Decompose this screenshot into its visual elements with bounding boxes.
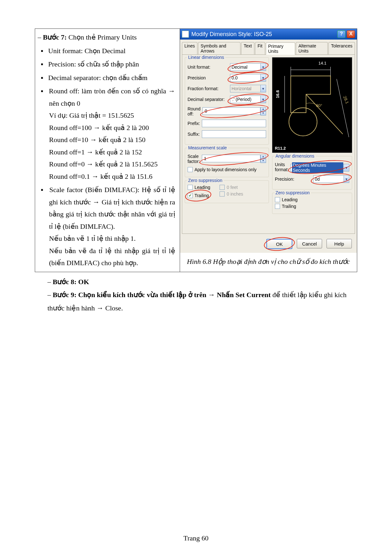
app-icon [182, 31, 189, 38]
preview-dim-top: 14.1 [318, 61, 326, 65]
suffix-input[interactable] [203, 131, 260, 137]
group-zero-suppression-linear: Zero suppression Leading [185, 180, 269, 203]
checkbox-icon [188, 185, 193, 190]
step-7: Bước 7: Chọn thẻ Primary Units Unit form… [38, 31, 175, 269]
instructions-left: Bước 7: Chọn thẻ Primary Units Unit form… [35, 29, 180, 272]
dialog-buttons: OK Cancel Help [180, 236, 357, 253]
svg-line-1 [306, 94, 343, 134]
preview-dim-left: 16.6 [275, 90, 280, 98]
spin-down-icon[interactable]: ▼ [260, 159, 266, 163]
angular-precision-label: Precision: [275, 177, 311, 182]
group-angular-dimensions: Angular dimensions Units format: Degrees… [272, 156, 352, 190]
fraction-format-combo: Horizontal▼ [230, 85, 266, 92]
apply-layout-checkbox[interactable]: Apply to layout dimensions only [188, 167, 266, 172]
checkbox-icon [220, 191, 225, 196]
tab-symbols-arrows[interactable]: Symbols and Arrows [198, 42, 240, 54]
modify-dimension-style-dialog: Modify Dimension Style: ISO-25 ? X Lines… [180, 29, 357, 253]
prefix-label: Prefix: [188, 121, 200, 126]
preview-dim-angle: 60° [316, 103, 322, 108]
tab-fit[interactable]: Fit [255, 42, 265, 54]
ok-button[interactable]: OK [266, 239, 292, 249]
bullet-unit-format: Unit format: Chọn Decimal [49, 45, 175, 57]
group-zero-suppression-angular: Zero suppression Leading Trailing [272, 193, 352, 214]
svg-line-6 [337, 79, 349, 137]
chevron-down-icon: ▼ [344, 164, 349, 171]
angular-trailing-checkbox[interactable]: Trailing [275, 204, 349, 209]
inches-checkbox: 0 inches [220, 191, 243, 196]
tab-tolerances[interactable]: Tolerances [328, 42, 355, 54]
spin-up-icon[interactable]: ▲ [260, 155, 266, 159]
fraction-format-label: Fraction format: [188, 86, 228, 91]
bullet-round-off: Round off: làm tròn đến con số có nghĩa … [49, 85, 175, 183]
angular-leading-checkbox[interactable]: Leading [275, 197, 349, 202]
scale-factor-label: Scale factor: [188, 154, 200, 164]
leading-checkbox[interactable]: Leading [188, 185, 210, 190]
step-7-bold: Bước 7: [43, 33, 67, 41]
cancel-button[interactable]: Cancel [297, 239, 322, 248]
dialog-titlebar[interactable]: Modify Dimension Style: ISO-25 ? X [180, 29, 357, 40]
unit-format-combo[interactable]: Decimal▼ [230, 63, 266, 71]
help-button[interactable]: Help [327, 239, 352, 248]
dimension-preview: 14.1 28.1 60° R11.2 16.6 [272, 57, 352, 153]
help-button-icon[interactable]: ? [337, 30, 345, 38]
suffix-label: Suffix: [188, 132, 200, 137]
chevron-down-icon: ▼ [260, 96, 266, 103]
tab-alternate-units[interactable]: Alternate Units [296, 42, 328, 54]
angular-precision-combo[interactable]: 0d▼ [313, 175, 349, 183]
tab-primary-units[interactable]: Primary Units [266, 42, 296, 55]
decimal-separator-label: Decimal separator: [188, 97, 228, 102]
chevron-down-icon: ▼ [260, 64, 266, 71]
step-8: Bước 8: OK [47, 275, 356, 289]
bullet-precision: Precision: số chữa số thập phân [49, 58, 175, 71]
page-footer: Trang 60 [0, 534, 392, 542]
round-off-spinner[interactable]: ▲▼ [202, 107, 266, 115]
dialog-title: Modify Dimension Style: ISO-25 [191, 31, 272, 38]
checkbox-checked-icon: ✔ [188, 193, 193, 198]
chevron-down-icon: ▼ [260, 74, 266, 81]
bullet-scale-factor: Scale factor (Biến DIMLFAC): Hệ số tỉ lệ… [49, 184, 175, 269]
angular-units-label: Units format: [275, 162, 289, 172]
unit-format-label: Unit format: [188, 65, 228, 70]
step-9: Bước 9: Chọn kiểu kích thước vừa thiết l… [47, 288, 356, 315]
figure-caption: Hình 6.8 Hộp thoại định đơn vị cho chữ s… [180, 253, 357, 271]
chevron-down-icon: ▼ [260, 85, 266, 92]
spin-down-icon[interactable]: ▼ [260, 111, 266, 115]
scale-factor-input[interactable] [203, 156, 254, 161]
precision-combo[interactable]: 0.0▼ [230, 74, 266, 82]
tab-text[interactable]: Text [241, 42, 254, 54]
group-linear-dimensions: Linear dimensions Unit format: Decimal▼ … [185, 57, 269, 145]
feet-checkbox: 0 feet [220, 185, 243, 190]
scale-factor-spinner[interactable]: ▲▼ [202, 155, 266, 163]
round-off-label: Round off: [188, 106, 201, 116]
checkbox-icon [188, 167, 193, 172]
round-off-input[interactable] [204, 108, 254, 114]
angular-units-combo[interactable]: Degrees Minutes Seconds▼ [290, 164, 349, 171]
decimal-separator-combo[interactable]: '.' (Period)▼ [230, 96, 266, 103]
chevron-down-icon: ▼ [344, 176, 349, 183]
svg-point-0 [289, 108, 317, 136]
tab-lines[interactable]: Lines [182, 42, 197, 54]
preview-dim-radius: R11.2 [275, 146, 286, 151]
prefix-input[interactable] [203, 121, 260, 126]
spin-up-icon[interactable]: ▲ [260, 107, 266, 111]
checkbox-icon [275, 197, 280, 202]
group-measurement-scale: Measurement scale Scale factor: ▲▼ [185, 148, 269, 177]
tab-body: Linear dimensions Unit format: Decimal▼ … [182, 54, 355, 234]
steps-below: Bước 8: OK Bước 9: Chọn kiểu kích thước … [35, 272, 357, 315]
checkbox-icon [220, 185, 225, 190]
trailing-checkbox[interactable]: ✔ Trailing [188, 193, 209, 198]
tabs: Lines Symbols and Arrows Text Fit Primar… [180, 40, 357, 54]
bullet-dec-sep: Decimal separator: chọn dấu chấm [49, 72, 175, 84]
precision-label: Precision [188, 75, 228, 80]
dialog-column: Modify Dimension Style: ISO-25 ? X Lines… [180, 29, 357, 272]
checkbox-icon [275, 204, 280, 209]
close-icon[interactable]: X [347, 30, 355, 38]
